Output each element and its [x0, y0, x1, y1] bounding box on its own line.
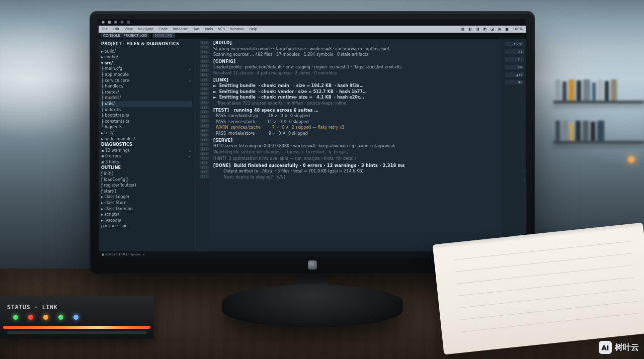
line-number: 134 [200, 68, 209, 72]
line-number-gutter: 1281291301311321331341351361371381391401… [194, 39, 209, 251]
sidebar-item-label: ▪ 0 errors [101, 154, 121, 159]
editor-tab[interactable]: CONSOLE · PROJECT.LOG [101, 33, 149, 38]
side-tag: OK [505, 65, 524, 69]
os-titlebar: ● ■ ▣ ▤ ▥ [99, 19, 526, 26]
line-number: 150 [200, 142, 209, 146]
sidebar-item[interactable]: ▸ class Store [100, 200, 192, 206]
sidebar-item-label: ▸ config/ [101, 55, 118, 60]
project-sidebar[interactable]: PROJECT · FILES & DIAGNOSTICS ▸ build/▸ … [99, 39, 194, 251]
line-number: 138 [200, 87, 209, 91]
line-number: 128 [200, 41, 209, 44]
sidebar-item[interactable]: ƒ init() [100, 171, 192, 177]
sidebar-item-label: package.json [101, 224, 128, 229]
line-number: 144 [200, 115, 209, 118]
line-number: 139 [200, 92, 209, 95]
sidebar-item-label: ▸ build/ [101, 49, 116, 54]
sidebar-item[interactable]: ▪ 12 warnings⚠ [100, 148, 192, 154]
editor-pane: 1281291301311321331341351361371381391401… [194, 39, 526, 251]
sidebar-item[interactable]: package.json [100, 223, 192, 229]
toolbar-icon[interactable]: ▦ [461, 27, 465, 31]
screen: ● ■ ▣ ▤ ▥ FileEditViewNavigateCodeRefact… [99, 19, 526, 257]
sidebar-item-label: ƒ registerRoutes() [101, 183, 136, 188]
sidebar-item[interactable]: ├ constants.ts [100, 119, 192, 125]
console-line: [TEST] running 48 specs across 6 suites … [213, 108, 500, 113]
console-line: Loaded profile: production/default · env… [213, 65, 500, 70]
toolbar-icon[interactable]: 100% [513, 27, 523, 31]
sidebar-item[interactable]: ▪ 3 hints [100, 159, 192, 165]
titlebar-chip: ▣ [114, 20, 118, 24]
sidebar-item[interactable]: ├ service.core⚠ [100, 78, 192, 84]
sidebar-item[interactable]: ▸ class Logger [100, 194, 192, 200]
sidebar-item-label: ├ utils/ [101, 102, 115, 107]
menu-item[interactable]: Window [230, 27, 244, 31]
sidebar-item[interactable]: ├ index.ts [100, 107, 192, 113]
sidebar-item-label: ▸ class Daemon [101, 207, 133, 212]
sidebar-item[interactable]: ▸ node_modules/ [100, 136, 192, 142]
sidebar-item[interactable]: ▸ .vscode/ [100, 218, 192, 224]
sidebar-item[interactable]: ▸ config/ [100, 54, 192, 60]
menu-item[interactable]: View [124, 27, 133, 31]
console-line: PASS models/store 9 ✓ 0 ✗ 0 skipped [213, 131, 500, 136]
toolbar-icon[interactable]: ■ [505, 27, 509, 31]
sidebar-item[interactable]: ▪ 0 errors✔ [100, 153, 192, 159]
line-number: 131 [200, 55, 209, 58]
toolbar-icon[interactable]: ◧ [468, 27, 472, 31]
sidebar-item[interactable]: ƒ start() [100, 189, 192, 195]
sidebar-item[interactable]: ▸ build/ [100, 49, 192, 55]
sidebar-item-label: ▸ .vscode/ [101, 218, 121, 223]
toolbar-icon[interactable]: ◪ [491, 27, 494, 31]
line-number: 140 [200, 96, 209, 100]
console-line: Tree-shaken 723 unused exports · minifie… [213, 101, 500, 106]
sidebar-item[interactable]: ├ app.module [100, 72, 192, 78]
editor-tab[interactable]: MAIN.CFG [152, 33, 175, 38]
toolbar-icon[interactable]: ◩ [483, 27, 487, 31]
sidebar-item-label: ├ index.ts [101, 108, 121, 113]
sidebar-item[interactable]: ▸ scripts/ [100, 212, 192, 218]
sidebar-item[interactable]: ▸ class Daemon [100, 206, 192, 212]
line-number: 132 [200, 59, 209, 63]
console-output[interactable]: [BUILD]Starting incremental compile · ta… [209, 39, 503, 251]
menu-item[interactable]: Help [249, 27, 257, 31]
editor-tabstrip: CONSOLE · PROJECT.LOGMAIN.CFG [99, 33, 526, 39]
led-icon [58, 315, 63, 320]
sidebar-item[interactable]: OUTLINE [100, 165, 192, 171]
sidebar-item[interactable]: ├ bootstrap.ts [100, 113, 192, 119]
sidebar-item[interactable]: ├ routes/ [100, 89, 192, 96]
sidebar-item[interactable]: ├ handlers/ [100, 83, 192, 89]
sidebar-item[interactable]: ▾ src/ [100, 60, 192, 66]
sidebar-item[interactable]: └ logger.ts [100, 124, 192, 130]
sidebar-item-label: ▸ test/ [101, 131, 114, 136]
toolbar-icon[interactable]: ◨ [476, 27, 479, 31]
sidebar-item[interactable]: ▸ test/ [100, 130, 192, 136]
sidebar-item-label: ├ models/ [101, 96, 121, 101]
side-tag: ▼0 [505, 80, 524, 84]
line-number: 129 [200, 45, 209, 49]
sidebar-item-label: ▪ 12 warnings [101, 148, 130, 153]
menu-item[interactable]: Refactor [173, 27, 187, 31]
app-menubar: FileEditViewNavigateCodeRefactorRunTools… [99, 26, 526, 33]
line-number: 137 [200, 82, 209, 86]
console-line: [CONFIG] [213, 59, 500, 64]
sidebar-item[interactable]: ƒ registerRoutes() [100, 183, 192, 189]
line-number: 152 [200, 152, 209, 155]
menu-item[interactable]: File [102, 27, 108, 31]
desk-notebook [433, 223, 644, 355]
led-icon [13, 315, 18, 320]
menu-item[interactable]: Edit [113, 27, 120, 31]
menu-item[interactable]: Navigate [138, 27, 153, 31]
menu-item[interactable]: VCS [218, 27, 225, 31]
sidebar-item[interactable]: ├ utils/ [100, 101, 192, 107]
line-number: 147 [200, 129, 209, 132]
sidebar-item[interactable]: ƒ loadConfig() [100, 177, 192, 183]
sidebar-item[interactable]: DIAGNOSTICS [100, 142, 192, 148]
toolbar-icon[interactable]: ▣ [498, 27, 502, 31]
console-line: Resolved 12 aliases · 4 path mappings · … [213, 71, 500, 76]
menu-item[interactable]: Code [158, 27, 168, 31]
sidebar-item[interactable]: ├ main.cfg✔ [100, 66, 192, 72]
line-number: 154 [200, 161, 209, 164]
menu-item[interactable]: Tools [204, 27, 213, 31]
menu-item[interactable]: Run [193, 27, 199, 31]
sidebar-item[interactable]: ├ models/ [100, 95, 192, 101]
line-number: 151 [200, 147, 209, 150]
background-bookshelf [553, 70, 644, 201]
